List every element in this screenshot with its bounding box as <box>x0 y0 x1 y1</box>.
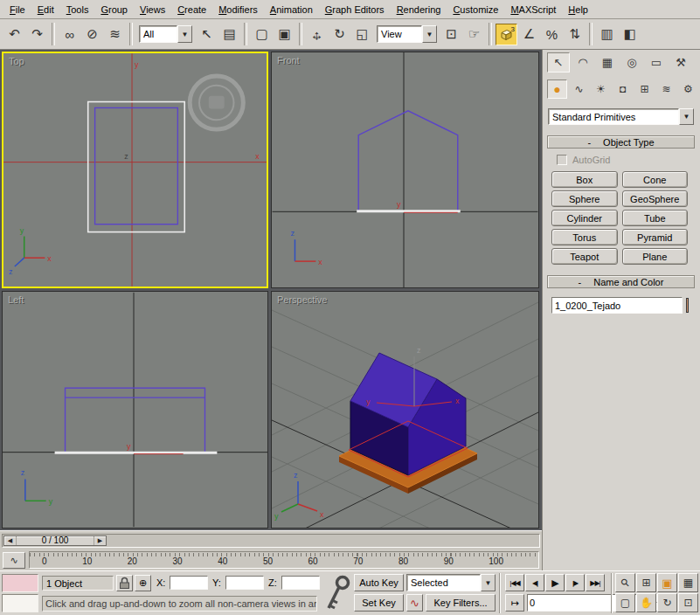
menu-create[interactable]: Create <box>171 1 212 18</box>
set-key-button[interactable]: Set Key <box>354 594 404 612</box>
menu-graph-editors[interactable]: Graph Editors <box>319 1 391 18</box>
box-button[interactable]: Box <box>551 171 618 188</box>
category-space-warps[interactable]: ≋ <box>656 79 676 99</box>
viewport-perspective-label[interactable]: Perspective <box>277 294 327 305</box>
next-key-button[interactable]: |▶ <box>565 574 585 591</box>
tab-hierarchy[interactable]: ▦ <box>596 52 619 73</box>
default-in-out-tangents-button[interactable]: ∿ <box>406 594 423 612</box>
sphere-button[interactable]: Sphere <box>551 190 618 207</box>
spinner-snap-button[interactable]: ⇅ <box>564 24 586 45</box>
select-object-button[interactable]: ↖ <box>196 24 218 45</box>
menu-rendering[interactable]: Rendering <box>391 1 447 18</box>
object-name-input[interactable] <box>551 297 683 314</box>
rectangular-selection-region-button[interactable]: ▢ <box>251 24 273 45</box>
unlink-selection-button[interactable]: ⊘ <box>81 24 103 45</box>
use-center-button[interactable]: ⊡ <box>440 24 462 45</box>
arc-rotate-button[interactable]: ↻ <box>657 593 677 612</box>
select-and-move-button[interactable]: ↔ ↕ <box>306 24 328 45</box>
menu-group[interactable]: Group <box>94 1 134 18</box>
select-and-link-button[interactable]: ∞ <box>59 24 80 45</box>
auto-key-button[interactable]: Auto Key <box>354 574 404 591</box>
torus-button[interactable]: Torus <box>551 229 618 245</box>
mini-curve-editor-button[interactable]: ∿ <box>3 552 25 569</box>
menu-animation[interactable]: Animation <box>264 1 319 18</box>
chevron-down-icon[interactable]: ▼ <box>481 574 496 591</box>
zoom-all-button[interactable]: ⊞ <box>636 573 656 592</box>
cone-button[interactable]: Cone <box>622 171 689 188</box>
chevron-down-icon[interactable]: ▼ <box>679 108 694 125</box>
snaps-toggle-button[interactable]: 3 <box>496 24 517 45</box>
name-and-color-rollout[interactable]: - Name and Color <box>547 275 695 288</box>
redo-button[interactable]: ↷ <box>26 24 48 45</box>
geosphere-button[interactable]: GeoSphere <box>622 190 689 207</box>
viewport-left-label[interactable]: Left <box>8 294 24 305</box>
tab-modify[interactable]: ◠ <box>572 52 594 73</box>
teapot-button[interactable]: Teapot <box>551 248 618 265</box>
plane-button[interactable]: Plane <box>622 248 689 265</box>
select-and-manipulate-button[interactable]: ☞ <box>463 24 485 45</box>
object-type-rollout[interactable]: - Object Type <box>547 135 695 149</box>
cylinder-button[interactable]: Cylinder <box>551 210 618 226</box>
category-lights[interactable]: ☀ <box>591 79 611 99</box>
mirror-button[interactable]: ◧ <box>619 24 641 45</box>
menu-modifiers[interactable]: Modifiers <box>212 1 264 18</box>
play-button[interactable]: ▶ <box>545 574 565 591</box>
viewport-top-label[interactable]: Top <box>9 56 24 66</box>
menu-tools[interactable]: Tools <box>60 1 95 18</box>
go-to-start-button[interactable]: |◀◀ <box>505 574 524 591</box>
zoom-button[interactable]: ⚲ <box>615 573 635 592</box>
key-filters-button[interactable]: Key Filters... <box>426 594 496 612</box>
x-coordinate-field[interactable] <box>170 576 208 590</box>
menu-edit[interactable]: Edit <box>31 1 60 18</box>
zoom-extents-all-button[interactable]: ▦ <box>678 573 698 592</box>
object-color-swatch[interactable] <box>686 298 689 313</box>
select-and-rotate-button[interactable]: ↻ <box>329 24 350 45</box>
menu-help[interactable]: Help <box>562 1 594 18</box>
pan-button[interactable]: ✋ <box>636 593 656 612</box>
tab-display[interactable]: ▭ <box>645 52 668 73</box>
selection-filter-dropdown[interactable]: All ▼ <box>139 25 192 43</box>
reference-coordinate-dropdown[interactable]: View ▼ <box>377 25 437 43</box>
min-max-toggle-button[interactable]: ⊡ <box>678 593 698 612</box>
tab-motion[interactable]: ◎ <box>620 52 643 73</box>
window-crossing-toggle-button[interactable]: ▣ <box>274 24 295 45</box>
next-frame-arrow-icon[interactable]: ▶ <box>94 536 106 545</box>
viewport-left[interactable]: Left y z y <box>2 291 268 529</box>
select-and-scale-button[interactable]: ◱ <box>351 24 373 45</box>
menu-file[interactable]: File <box>3 1 31 18</box>
primitive-set-dropdown[interactable]: Standard Primitives ▼ <box>548 108 694 125</box>
named-selection-sets-button[interactable]: ▥ <box>596 24 618 45</box>
viewport-front-label[interactable]: Front <box>277 55 300 66</box>
select-by-name-button[interactable]: ▤ <box>218 24 240 45</box>
y-coordinate-field[interactable] <box>225 576 264 590</box>
category-systems[interactable]: ⚙ <box>678 79 698 99</box>
viewport-perspective[interactable]: Perspective <box>271 291 539 529</box>
selection-lock-button[interactable] <box>116 575 133 591</box>
chevron-down-icon[interactable]: ▼ <box>177 25 192 43</box>
viewport-front[interactable]: Front y z x <box>271 52 539 288</box>
time-slider-track[interactable]: ◀ 0 / 100 ▶ <box>2 534 540 548</box>
category-helpers[interactable]: ⊞ <box>634 79 655 99</box>
maxscript-mini-listener-input[interactable] <box>2 594 38 612</box>
absolute-offset-mode-button[interactable]: ⊕ <box>135 575 151 591</box>
chevron-down-icon[interactable]: ▼ <box>422 25 437 43</box>
z-coordinate-field[interactable] <box>281 576 320 590</box>
previous-key-button[interactable]: ◀| <box>525 574 544 591</box>
previous-frame-arrow-icon[interactable]: ◀ <box>4 536 16 545</box>
menu-maxscript[interactable]: MAXScript <box>504 1 562 18</box>
category-cameras[interactable]: ◘ <box>613 79 633 99</box>
region-zoom-button[interactable]: ▢ <box>615 593 635 612</box>
category-geometry[interactable]: ● <box>547 79 567 99</box>
key-selection-dropdown[interactable]: Selected ▼ <box>406 574 496 591</box>
key-mode-toggle-button[interactable]: ↦ <box>505 594 524 612</box>
autogrid-checkbox[interactable] <box>557 155 567 165</box>
tab-utilities[interactable]: ⚒ <box>669 52 692 73</box>
menu-views[interactable]: Views <box>134 1 171 18</box>
tab-create[interactable]: ↖ <box>547 52 570 73</box>
category-shapes[interactable]: ∿ <box>569 79 589 99</box>
maxscript-mini-listener-output[interactable] <box>2 574 38 592</box>
zoom-extents-button[interactable]: ▣ <box>657 573 677 592</box>
pyramid-button[interactable]: Pyramid <box>622 229 689 245</box>
go-to-end-button[interactable]: ▶▶| <box>586 574 605 591</box>
percent-snap-button[interactable]: % <box>541 24 563 45</box>
